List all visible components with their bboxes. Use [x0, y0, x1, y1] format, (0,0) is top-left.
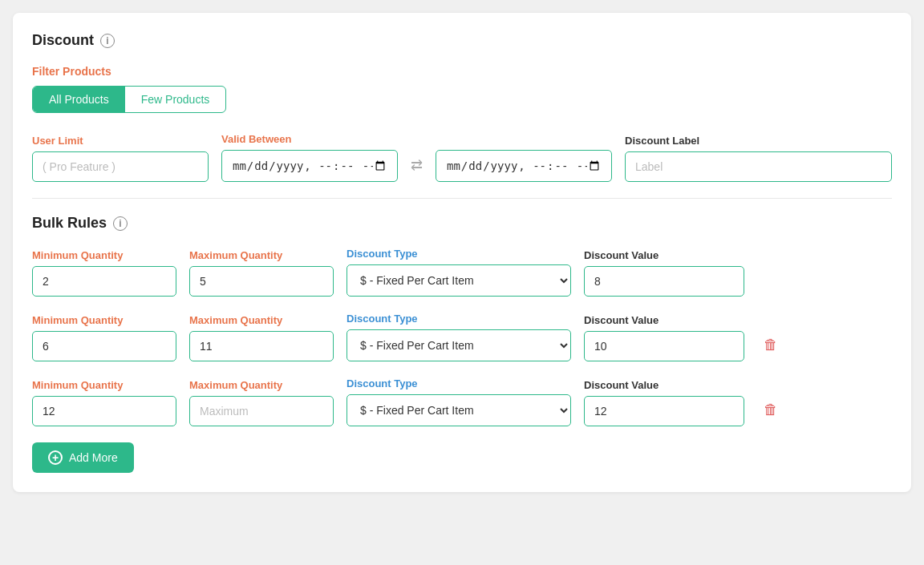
rule3-discount-type-select[interactable]: $ - Fixed Per Cart Item % - Percentage [346, 394, 571, 426]
bulk-rules-info-icon[interactable]: i [113, 216, 128, 231]
rule1-max-qty-group: Maximum Quantity [189, 249, 334, 297]
rule3-discount-type-group: Discount Type $ - Fixed Per Cart Item % … [346, 377, 571, 426]
bulk-rule-row-3: Minimum Quantity Maximum Quantity Discou… [32, 377, 892, 426]
rule1-discount-type-label: Discount Type [346, 248, 571, 260]
rule1-discount-value-input[interactable] [584, 266, 744, 297]
rule3-discount-value-label: Discount Value [584, 379, 744, 391]
rule3-min-qty-group: Minimum Quantity [32, 379, 176, 426]
main-container: Discount i Filter Products All Products … [13, 13, 911, 492]
rule2-discount-type-select[interactable]: $ - Fixed Per Cart Item % - Percentage [346, 329, 571, 361]
rule3-delete-button[interactable]: 🗑 [757, 395, 784, 425]
rule3-max-qty-group: Maximum Quantity [189, 379, 334, 426]
rule2-discount-value-group: Discount Value [584, 314, 744, 361]
rule3-max-qty-label: Maximum Quantity [189, 379, 334, 391]
rule2-max-qty-group: Maximum Quantity [189, 314, 334, 361]
discount-title-text: Discount [32, 32, 94, 49]
rule2-discount-value-label: Discount Value [584, 314, 744, 326]
top-fields-row: User Limit Valid Between ⇄ Discount Labe… [32, 132, 892, 182]
discount-section-title: Discount i [32, 32, 892, 49]
bulk-rules-section: Bulk Rules i Minimum Quantity Maximum Qu… [32, 215, 892, 473]
rule3-discount-value-input[interactable] [584, 396, 744, 426]
user-limit-input[interactable] [32, 151, 209, 182]
product-filter-toggle: All Products Few Products [32, 86, 226, 113]
add-more-button[interactable]: + Add More [32, 442, 134, 473]
rule2-min-qty-group: Minimum Quantity [32, 314, 176, 361]
bulk-rule-row-2: Minimum Quantity Maximum Quantity Discou… [32, 313, 892, 361]
date-range-arrow-icon: ⇄ [411, 157, 423, 181]
rule3-discount-type-label: Discount Type [346, 377, 571, 389]
discount-label-input[interactable] [625, 151, 892, 182]
rule1-max-qty-input[interactable] [189, 266, 334, 297]
discount-label-label: Discount Label [625, 135, 892, 147]
rule1-discount-value-label: Discount Value [584, 249, 744, 261]
bulk-rule-row-1: Minimum Quantity Maximum Quantity Discou… [32, 248, 892, 297]
valid-between-label: Valid Between [221, 133, 398, 145]
valid-to-input[interactable] [436, 150, 612, 182]
rule1-min-qty-label: Minimum Quantity [32, 249, 176, 261]
rule1-max-qty-label: Maximum Quantity [189, 249, 334, 261]
rule3-discount-value-group: Discount Value [584, 379, 744, 426]
valid-to-group [436, 132, 612, 182]
all-products-button[interactable]: All Products [33, 87, 125, 112]
rule1-min-qty-input[interactable] [32, 266, 176, 297]
rule2-min-qty-label: Minimum Quantity [32, 314, 176, 326]
rule1-min-qty-group: Minimum Quantity [32, 249, 176, 297]
rule2-delete-button[interactable]: 🗑 [757, 330, 784, 360]
rule3-max-qty-input[interactable] [189, 396, 334, 426]
bulk-rules-title-text: Bulk Rules [32, 215, 107, 232]
rule3-min-qty-label: Minimum Quantity [32, 379, 176, 391]
valid-from-input[interactable] [221, 150, 398, 182]
few-products-button[interactable]: Few Products [125, 87, 226, 112]
rule1-discount-type-group: Discount Type $ - Fixed Per Cart Item % … [346, 248, 571, 297]
section-divider [32, 198, 892, 199]
rule3-min-qty-input[interactable] [32, 396, 176, 426]
arrow-separator: ⇄ [411, 156, 423, 182]
plus-circle-icon: + [48, 450, 63, 465]
user-limit-group: User Limit [32, 135, 209, 182]
rule2-discount-type-label: Discount Type [346, 313, 571, 325]
rule2-max-qty-label: Maximum Quantity [189, 314, 334, 326]
filter-products-label: Filter Products [32, 65, 892, 78]
bulk-rules-title: Bulk Rules i [32, 215, 892, 232]
user-limit-label: User Limit [32, 135, 209, 147]
rule2-discount-value-input[interactable] [584, 331, 744, 361]
rule2-max-qty-input[interactable] [189, 331, 334, 361]
rule1-discount-value-group: Discount Value [584, 249, 744, 297]
rule2-discount-type-group: Discount Type $ - Fixed Per Cart Item % … [346, 313, 571, 361]
rule2-min-qty-input[interactable] [32, 331, 176, 361]
discount-info-icon[interactable]: i [100, 34, 115, 48]
add-more-label: Add More [69, 451, 118, 464]
discount-label-group: Discount Label [625, 135, 892, 182]
rule1-discount-type-select[interactable]: $ - Fixed Per Cart Item % - Percentage [346, 264, 571, 297]
valid-between-group: Valid Between [221, 133, 398, 182]
